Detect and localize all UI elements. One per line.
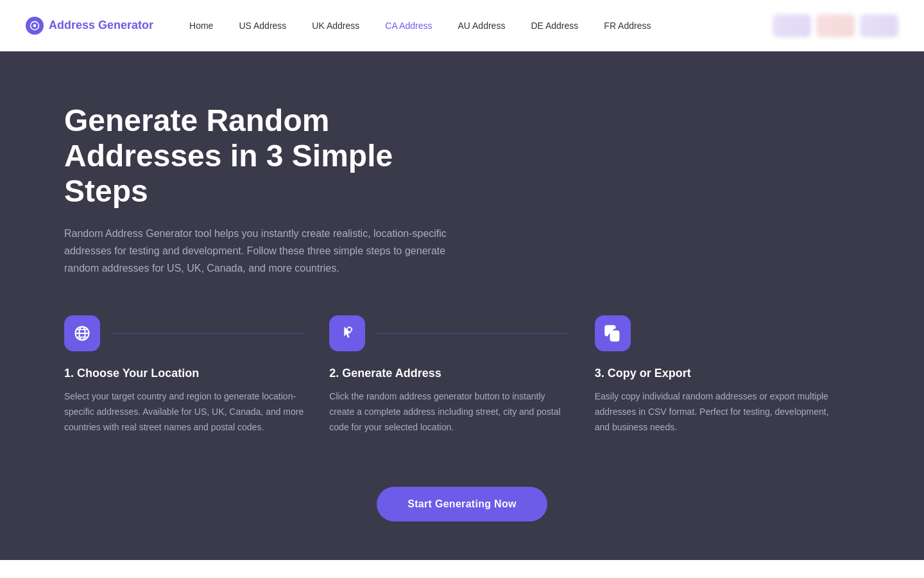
header: Address Generator Home US Address UK Add… [0, 0, 924, 51]
step-2-icon [329, 315, 365, 351]
logo-svg [30, 21, 40, 31]
step-2-connector [375, 333, 569, 334]
step-1-desc: Select your target country and region to… [64, 389, 304, 435]
nav-ca-address[interactable]: CA Address [375, 15, 442, 36]
hero-description: Random Address Generator tool helps you … [64, 225, 475, 277]
copy-icon [604, 324, 622, 342]
avatar-placeholder-2 [816, 14, 855, 37]
step-3-icon [595, 315, 631, 351]
header-avatars [773, 14, 898, 37]
step-1-icon-row [64, 315, 304, 351]
svg-rect-12 [610, 331, 619, 341]
step-3-title: 3. Copy or Export [595, 367, 834, 380]
nav-au-address[interactable]: AU Address [447, 15, 515, 36]
step-1: 1. Choose Your Location Select your targ… [64, 315, 329, 435]
steps-container: 1. Choose Your Location Select your targ… [64, 315, 860, 435]
start-generating-button[interactable]: Start Generating Now [377, 487, 547, 521]
svg-point-7 [347, 328, 352, 332]
main-nav: Home US Address UK Address CA Address AU… [179, 15, 773, 36]
cta-row: Start Generating Now [64, 487, 860, 521]
svg-point-1 [33, 24, 37, 27]
step-3-icon-row [595, 315, 834, 351]
step-1-title: 1. Choose Your Location [64, 367, 304, 380]
nav-home[interactable]: Home [179, 15, 223, 36]
step-1-connector [110, 333, 304, 334]
logo-icon [26, 17, 44, 35]
step-3: 3. Copy or Export Easily copy individual… [595, 315, 860, 435]
step-2-title: 2. Generate Address [329, 367, 569, 380]
logo-text: Address Generator [49, 19, 153, 32]
step-1-icon [64, 315, 100, 351]
logo[interactable]: Address Generator [26, 17, 153, 35]
step-2: 2. Generate Address Click the random add… [329, 315, 594, 435]
nav-us-address[interactable]: US Address [228, 15, 296, 36]
hero-title: Generate Random Addresses in 3 Simple St… [64, 103, 449, 209]
step-3-desc: Easily copy individual random addresses … [595, 389, 834, 435]
nav-fr-address[interactable]: FR Address [594, 15, 661, 36]
hero-section: Generate Random Addresses in 3 Simple St… [0, 51, 924, 560]
step-2-icon-row [329, 315, 569, 351]
step-2-desc: Click the random address generator butto… [329, 389, 569, 435]
cursor-icon [338, 324, 356, 342]
avatar-placeholder-1 [773, 14, 811, 37]
nav-uk-address[interactable]: UK Address [302, 15, 370, 36]
avatar-placeholder-3 [860, 14, 898, 37]
nav-de-address[interactable]: DE Address [520, 15, 588, 36]
globe-icon [73, 324, 91, 342]
